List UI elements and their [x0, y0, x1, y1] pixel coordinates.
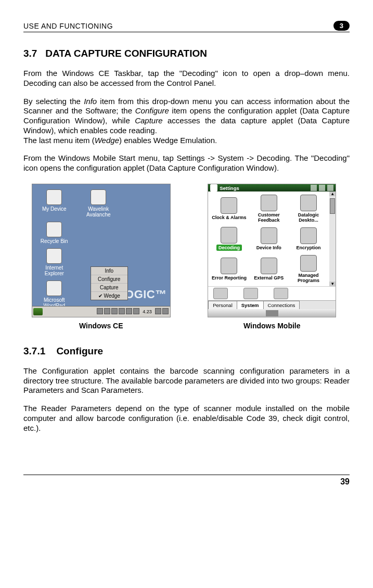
tray-icon[interactable] — [104, 308, 110, 314]
tray-icon[interactable] — [119, 308, 125, 314]
tray-icon[interactable] — [162, 308, 169, 314]
ce-tray-icons — [96, 308, 140, 315]
chapter-badge: 3 — [333, 21, 350, 31]
close-icon[interactable] — [327, 185, 333, 191]
ce-decoding-menu: Info Configure Capture ✔ Wedge — [91, 266, 128, 300]
paragraph-1: From the Windows CE Taskbar, tap the "De… — [23, 69, 350, 88]
wm-bottom-bar — [208, 309, 336, 317]
ce-screenshot: My Device Wavelink Avalanche Recycle Bin… — [32, 184, 171, 317]
ce-icon-wavelink[interactable]: Wavelink Avalanche — [82, 189, 115, 218]
paragraph-4: From the Windows Mobile Start menu, tap … — [23, 154, 350, 173]
ce-taskbar: 4.23 — [32, 306, 170, 317]
wm-item-encryption[interactable]: Encryption — [289, 224, 328, 254]
wm-item-error-reporting[interactable]: Error Reporting — [209, 254, 249, 284]
wm-partial-row — [208, 286, 336, 300]
page-header: USE AND FUNCTIONING 3 — [23, 21, 350, 32]
figure-windows-ce: My Device Wavelink Avalanche Recycle Bin… — [23, 184, 179, 330]
wm-titlebar: Settings — [208, 184, 336, 192]
scroll-up-icon[interactable]: ▲ — [329, 191, 336, 196]
paragraph-2: By selecting the Info item from this dro… — [23, 97, 350, 136]
ce-menu-capture[interactable]: Capture — [91, 284, 127, 292]
wm-item-feedback[interactable]: Customer Feedback — [249, 194, 289, 224]
ce-icon-wordpad[interactable]: Microsoft WordPad — [37, 280, 71, 309]
signal-icon — [311, 185, 317, 191]
scroll-thumb[interactable] — [330, 198, 335, 214]
ce-clock: 4.23 — [141, 309, 153, 314]
volume-icon[interactable] — [319, 185, 325, 191]
ce-menu-configure[interactable]: Configure — [91, 275, 127, 284]
tray-icon[interactable] — [155, 308, 161, 314]
subsection-heading: 3.7.1 Configure — [23, 346, 350, 357]
figure-windows-mobile: Settings Clock & Alarms Customer Feedbac… — [195, 184, 350, 330]
tray-icon[interactable] — [126, 308, 132, 314]
ce-icon-recycle-bin[interactable]: Recycle Bin — [37, 222, 71, 244]
start-flag-icon[interactable] — [210, 184, 217, 191]
wm-caption: Windows Mobile — [195, 322, 350, 330]
section-number: 3.7 — [23, 48, 37, 59]
subsection-title: Configure — [56, 346, 103, 356]
partial-icon[interactable] — [213, 288, 228, 299]
ce-caption: Windows CE — [23, 322, 179, 330]
wm-title-text: Settings — [220, 185, 239, 191]
wm-item-device-info[interactable]: Device Info — [249, 224, 289, 254]
subsection-number: 3.7.1 — [23, 346, 45, 356]
wm-tabs: Personal System Connections — [208, 300, 336, 309]
header-title: USE AND FUNCTIONING — [23, 22, 113, 30]
page-number: 39 — [340, 477, 350, 487]
wm-tab-personal[interactable]: Personal — [208, 301, 237, 309]
wm-screenshot: Settings Clock & Alarms Customer Feedbac… — [208, 184, 336, 317]
figures-row: My Device Wavelink Avalanche Recycle Bin… — [23, 184, 350, 330]
paragraph-3: The last menu item (Wedge) enables Wedge… — [23, 136, 350, 146]
wm-item-clock[interactable]: Clock & Alarms — [209, 194, 249, 224]
wm-settings-grid: Clock & Alarms Customer Feedback Datalog… — [208, 191, 329, 286]
ce-menu-info[interactable]: Info — [91, 267, 127, 275]
scroll-down-icon[interactable]: ▼ — [329, 282, 336, 286]
wm-tab-system[interactable]: System — [237, 301, 264, 309]
wm-item-datalogic[interactable]: Datalogic Deskto... — [289, 194, 328, 224]
wm-item-external-gps[interactable]: External GPS — [249, 254, 289, 284]
page-footer: 39 — [23, 475, 350, 487]
section-title: DATA CAPTURE CONFIGURATION — [45, 48, 207, 59]
ce-icon-my-device[interactable]: My Device — [37, 189, 71, 218]
tray-icon[interactable] — [111, 308, 118, 314]
section-heading: 3.7 DATA CAPTURE CONFIGURATION — [23, 48, 350, 59]
wm-scrollbar[interactable]: ▲ ▼ — [329, 191, 336, 286]
start-button-icon[interactable] — [33, 308, 43, 315]
sub-paragraph-1: The Configuration applet contains the ba… — [23, 366, 350, 395]
wm-tab-connections[interactable]: Connections — [263, 301, 300, 309]
sub-paragraph-2: The Reader Parameters depend on the type… — [23, 404, 350, 433]
tray-icon[interactable] — [133, 308, 139, 314]
tray-icon[interactable] — [97, 308, 103, 314]
wm-item-decoding[interactable]: Decoding — [209, 224, 249, 254]
partial-icon[interactable] — [243, 288, 258, 299]
keyboard-icon[interactable] — [266, 310, 278, 316]
ce-icon-ie[interactable]: Internet Explorer — [37, 248, 71, 276]
wm-item-managed-programs[interactable]: Managed Programs — [289, 254, 328, 284]
ce-menu-wedge[interactable]: ✔ Wedge — [91, 292, 127, 300]
partial-icon[interactable] — [274, 288, 288, 299]
